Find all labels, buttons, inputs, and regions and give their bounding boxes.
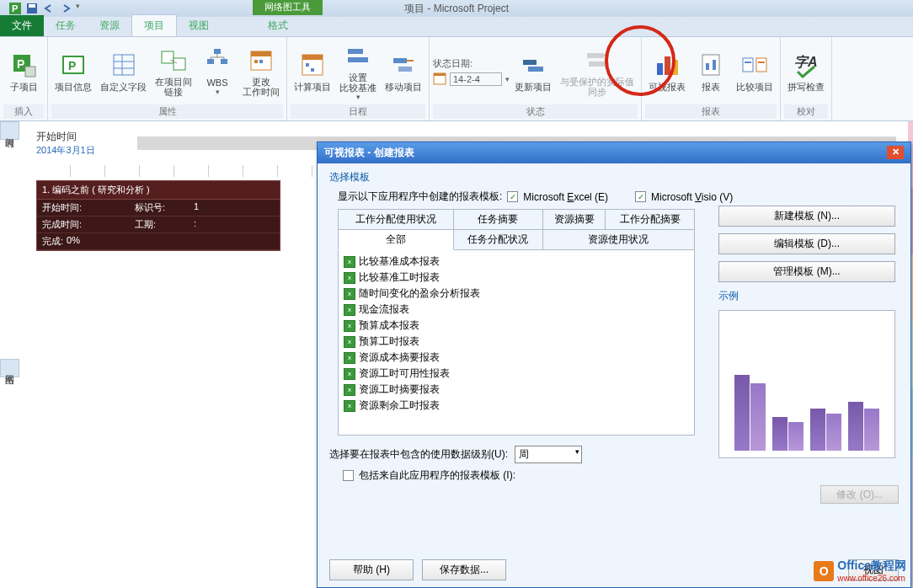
task-start-label: 开始时间: (42, 201, 135, 214)
project-icon: P (8, 2, 22, 15)
format-tab[interactable]: 格式 (256, 15, 300, 36)
visual-reports-dialog: 可视报表 - 创建报表 ✕ 选择模板 显示以下应用程序中创建的报表模板: ✓ M… (317, 142, 911, 588)
update-project-button[interactable]: 更新项目 (511, 50, 555, 94)
level-select[interactable]: 周 (515, 446, 582, 463)
undo-icon[interactable] (42, 2, 56, 15)
list-item[interactable]: x现金流报表 (342, 302, 691, 318)
task-finish-label: 完成时间: (42, 218, 135, 231)
list-item[interactable]: x资源成本摘要报表 (342, 350, 691, 366)
dialog-title-bar[interactable]: 可视报表 - 创建报表 ✕ (318, 142, 910, 163)
visio-checkbox[interactable]: ✓ (635, 191, 646, 202)
task-tab[interactable]: 任务 (44, 15, 88, 36)
excel-file-icon: x (344, 336, 355, 348)
excel-checkbox[interactable]: ✓ (507, 191, 518, 202)
subproject-button[interactable]: P 子项目 (3, 50, 44, 94)
list-item[interactable]: x随时间变化的盈余分析报表 (342, 286, 691, 302)
spelling-button[interactable]: 字A 拼写检查 (784, 50, 828, 94)
calendar-small-icon[interactable] (433, 72, 446, 87)
list-item[interactable]: x资源工时可用性报表 (342, 366, 691, 382)
timeline-start-label: 开始时间 (36, 130, 95, 144)
view-tab[interactable]: 视图 (177, 15, 221, 36)
project-info-button[interactable]: P 项目信息 (51, 50, 95, 94)
sample-label: 示例 (718, 289, 895, 303)
status-date-input[interactable]: 14-2-4 (450, 72, 502, 86)
visual-reports-icon (654, 51, 681, 78)
custom-fields-button[interactable]: 自定义字段 (97, 50, 150, 94)
tab-resource-summary[interactable]: 资源摘要 (542, 210, 605, 230)
reports-button[interactable]: 报表 (691, 50, 731, 94)
change-working-time-button[interactable]: 更改 工作时间 (239, 45, 283, 99)
status-date-label: 状态日期: (433, 57, 473, 70)
svg-rect-38 (672, 60, 678, 75)
list-item[interactable]: x预算成本报表 (342, 318, 691, 334)
excel-file-icon: x (344, 288, 355, 300)
group-label-schedule: 日程 (291, 104, 425, 119)
save-data-button[interactable]: 保存数据... (422, 559, 506, 580)
spelling-icon: 字A (793, 51, 820, 78)
svg-rect-42 (743, 58, 753, 72)
links-between-projects-button[interactable]: 在项目间 链接 (152, 45, 195, 99)
task-node[interactable]: 1. 编码之前 ( 研究和分析 ) 开始时间: 标识号: 1 完成时间: 工期:… (36, 180, 280, 251)
compare-projects-button[interactable]: 比较项目 (733, 50, 777, 94)
project-tab[interactable]: 项目 (131, 14, 177, 36)
side-tab-timeline[interactable]: 时间表 (0, 121, 19, 140)
template-list[interactable]: x比较基准成本报表 x比较基准工时报表 x随时间变化的盈余分析报表 x现金流报表… (338, 250, 695, 436)
edit-template-button[interactable]: 编辑模板 (D)... (718, 233, 895, 254)
wbs-button[interactable]: WBS ▾ (197, 45, 238, 98)
wbs-icon (204, 47, 231, 74)
tab-all[interactable]: 全部 (339, 230, 454, 250)
move-project-button[interactable]: 移动项目 (382, 50, 425, 94)
side-tab-gantt[interactable]: 网络图 (0, 359, 19, 377)
manage-template-button[interactable]: 管理模板 (M)... (718, 261, 895, 282)
list-item[interactable]: x资源剩余工时报表 (342, 398, 691, 414)
svg-rect-33 (528, 67, 543, 72)
list-item[interactable]: x资源工时摘要报表 (342, 382, 691, 398)
visual-reports-button[interactable]: 可视报表 (645, 50, 689, 94)
svg-rect-28 (393, 58, 407, 63)
redo-icon[interactable] (59, 2, 72, 15)
svg-rect-35 (589, 61, 606, 67)
list-item[interactable]: x比较基准成本报表 (342, 254, 691, 270)
sync-protected-button[interactable]: 与受保护的实际值 同步 (557, 45, 638, 99)
svg-rect-23 (302, 55, 323, 60)
help-button[interactable]: 帮助 (H) (329, 559, 414, 580)
svg-rect-39 (702, 55, 719, 75)
move-project-icon (390, 51, 417, 78)
new-template-button[interactable]: 新建模板 (N)... (718, 206, 895, 227)
svg-rect-34 (587, 53, 604, 58)
date-dropdown-icon[interactable]: ▾ (505, 75, 510, 83)
svg-rect-16 (207, 59, 214, 64)
include-label: 包括来自此应用程序的报表模板 (I): (359, 468, 515, 483)
resource-tab[interactable]: 资源 (88, 15, 131, 36)
svg-rect-27 (348, 57, 368, 62)
wbs-dropdown-icon[interactable]: ▾ (216, 88, 220, 96)
svg-text:P: P (12, 3, 18, 13)
level-label: 选择要在报表中包含的使用数据级别(U): (329, 447, 508, 462)
svg-rect-25 (311, 68, 314, 72)
tab-resource-usage[interactable]: 资源使用状况 (542, 230, 694, 250)
group-label-status: 状态 (433, 104, 638, 119)
svg-rect-26 (348, 49, 363, 54)
baseline-dropdown-icon[interactable]: ▾ (356, 93, 360, 101)
svg-rect-29 (398, 67, 412, 72)
include-checkbox[interactable] (343, 470, 354, 481)
tab-task-summary[interactable]: 任务摘要 (454, 210, 543, 230)
svg-rect-17 (221, 59, 227, 64)
tab-assignment-usage[interactable]: 工作分配使用状况 (339, 210, 454, 230)
svg-rect-21 (259, 60, 263, 63)
select-template-label: 选择模板 (329, 170, 899, 184)
file-tab[interactable]: 文件 (0, 15, 44, 36)
close-button[interactable]: ✕ (887, 146, 904, 159)
dialog-title: 可视报表 - 创建报表 (324, 146, 414, 160)
tab-task-assignment[interactable]: 任务分配状况 (454, 230, 543, 250)
excel-file-icon: x (344, 400, 355, 412)
save-icon[interactable] (25, 2, 39, 15)
tab-assignment-summary[interactable]: 工作分配摘要 (606, 210, 695, 230)
calculate-project-button[interactable]: 计算项目 (291, 50, 334, 94)
qat-dropdown-icon[interactable]: ▾ (76, 2, 80, 15)
ribbon: P 子项目 插入 P 项目信息 自定义字段 在项目间 链接 WBS ▾ (0, 37, 913, 121)
set-baseline-button[interactable]: 设置 比较基准 ▾ (336, 40, 380, 103)
calculate-icon (299, 51, 326, 78)
list-item[interactable]: x比较基准工时报表 (342, 270, 691, 286)
list-item[interactable]: x预算工时报表 (342, 334, 691, 350)
